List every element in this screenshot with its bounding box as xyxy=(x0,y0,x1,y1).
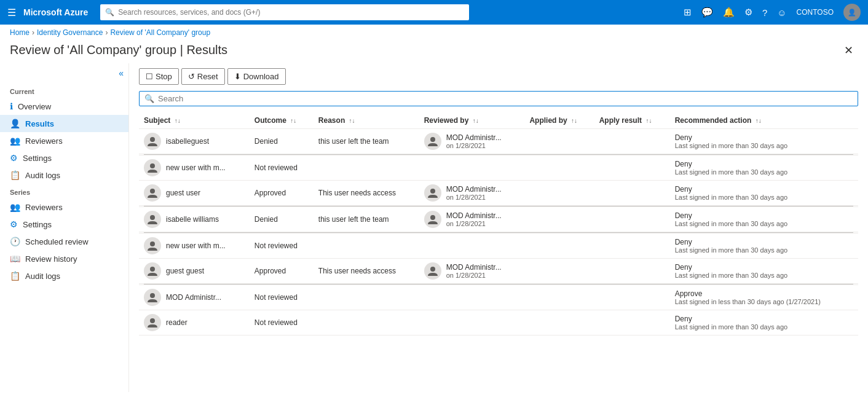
user-avatar[interactable]: 👤 xyxy=(843,4,861,21)
col-recommended-action[interactable]: Recommended action ↑↓ xyxy=(670,112,858,129)
breadcrumb-home[interactable]: Home xyxy=(10,28,30,37)
sidebar-item-review-history[interactable]: 📖 Review history xyxy=(0,250,128,267)
cell-recommended-action: DenyLast signed in more than 30 days ago xyxy=(670,155,858,181)
cell-subject: new user with m... xyxy=(139,155,250,181)
col-applied-by[interactable]: Applied by ↑↓ xyxy=(524,112,594,129)
cell-outcome: Not reviewed xyxy=(250,233,314,259)
top-navigation: ☰ Microsoft Azure 🔍 ⊞ 💬 🔔 ⚙ ? ☺ CONTOSO … xyxy=(0,0,868,25)
subject-name: isabelle williams xyxy=(166,215,219,224)
table-row: new user with m...Not reviewedDenyLast s… xyxy=(139,155,858,181)
cell-recommended-action: DenyLast signed in more than 30 days ago xyxy=(670,259,858,284)
sidebar-item-scheduled-review[interactable]: 🕐 Scheduled review xyxy=(0,233,128,250)
cell-outcome: Not reviewed xyxy=(250,285,314,310)
recommended-action-sub: Last signed in more than 30 days ago xyxy=(675,272,853,279)
portal-icon[interactable]: ⊞ xyxy=(684,7,692,18)
subject-name: new user with m... xyxy=(166,163,226,172)
hamburger-icon[interactable]: ☰ xyxy=(7,7,16,18)
sidebar-item-overview[interactable]: ℹ Overview xyxy=(0,98,128,115)
cell-reviewed-by xyxy=(419,155,525,181)
smiley-icon[interactable]: ☺ xyxy=(777,7,786,18)
subject-name: MOD Administr... xyxy=(166,293,221,302)
cell-reviewed-by xyxy=(419,285,525,310)
sidebar-item-label: Reviewers xyxy=(25,203,63,212)
cell-apply-result xyxy=(594,285,670,310)
sidebar-item-label: Settings xyxy=(23,220,52,229)
info-icon: ℹ xyxy=(10,101,13,111)
sidebar-item-settings[interactable]: ⚙ Settings xyxy=(0,149,128,167)
cell-apply-result xyxy=(594,129,670,154)
review-date: on 1/28/2021 xyxy=(446,220,502,227)
cell-subject: guest user xyxy=(139,181,250,206)
settings-icon[interactable]: ⚙ xyxy=(744,7,752,18)
cell-reviewed-by xyxy=(419,310,525,335)
feedback-icon[interactable]: 💬 xyxy=(701,7,713,18)
col-apply-result[interactable]: Apply result ↑↓ xyxy=(594,112,670,129)
recommended-action-sub: Last signed in less than 30 days ago (1/… xyxy=(675,298,853,305)
cell-reason: This user needs access xyxy=(314,181,419,206)
clock-icon: 🕐 xyxy=(10,237,20,246)
col-reviewed-by[interactable]: Reviewed by ↑↓ xyxy=(419,112,525,129)
sort-icon-outcome: ↑↓ xyxy=(290,117,296,124)
sidebar-item-results[interactable]: 👤 Results xyxy=(0,115,128,132)
sidebar-item-series-settings[interactable]: ⚙ Settings xyxy=(0,216,128,233)
gear-icon: ⚙ xyxy=(10,153,18,163)
table-row: isabelleguestDeniedthis user left the te… xyxy=(139,129,858,154)
stop-label: Stop xyxy=(156,72,172,81)
help-icon[interactable]: ? xyxy=(762,7,767,18)
download-label: Download xyxy=(243,72,279,81)
sidebar-item-label: Results xyxy=(25,119,54,128)
recommended-action-label: Deny xyxy=(675,185,853,194)
col-outcome[interactable]: Outcome ↑↓ xyxy=(250,112,314,129)
svg-point-6 xyxy=(430,215,435,220)
notification-icon[interactable]: 🔔 xyxy=(723,7,735,18)
cell-applied-by xyxy=(524,207,594,232)
cell-recommended-action: DenyLast signed in more than 30 days ago xyxy=(670,207,858,232)
sidebar-item-series-audit-logs[interactable]: 📋 Audit logs xyxy=(0,267,128,284)
svg-point-0 xyxy=(150,137,155,142)
sidebar-item-audit-logs[interactable]: 📋 Audit logs xyxy=(0,167,128,184)
user-avatar-icon xyxy=(144,211,161,228)
col-reason[interactable]: Reason ↑↓ xyxy=(314,112,419,129)
svg-point-11 xyxy=(150,318,155,323)
search-bar[interactable]: 🔍 xyxy=(139,91,858,106)
stop-icon: ☐ xyxy=(146,72,153,81)
reviewer-avatar-icon xyxy=(424,211,441,228)
user-avatar-icon xyxy=(144,159,161,176)
cell-subject: new user with m... xyxy=(139,233,250,259)
sidebar-collapse-button[interactable]: « xyxy=(0,68,128,83)
sidebar-item-reviewers[interactable]: 👥 Reviewers xyxy=(0,132,128,149)
subject-name: guest guest xyxy=(166,267,204,275)
breadcrumb-review[interactable]: Review of 'All Company' group xyxy=(110,28,210,37)
global-search-input[interactable] xyxy=(118,8,464,17)
cell-subject: guest guest xyxy=(139,259,250,284)
search-input[interactable] xyxy=(158,94,853,103)
cell-subject: MOD Administr... xyxy=(139,285,250,310)
stop-button[interactable]: ☐ Stop xyxy=(139,68,179,85)
cell-reviewed-by: MOD Administr...on 1/28/2021 xyxy=(419,129,525,154)
cell-reason xyxy=(314,233,419,259)
cell-outcome: Approved xyxy=(250,181,314,206)
download-button[interactable]: ⬇ Download xyxy=(227,68,286,85)
col-subject[interactable]: Subject ↑↓ xyxy=(139,112,250,129)
recommended-action-label: Deny xyxy=(675,238,853,246)
reviewer-avatar-icon xyxy=(424,133,441,150)
reset-button[interactable]: ↺ Reset xyxy=(181,68,225,85)
reviewer-name: MOD Administr... xyxy=(446,185,502,194)
sidebar-item-label: Audit logs xyxy=(25,272,60,281)
sort-icon-reviewed: ↑↓ xyxy=(473,117,479,124)
recommended-action-label: Deny xyxy=(675,211,853,220)
sidebar-item-series-reviewers[interactable]: 👥 Reviewers xyxy=(0,198,128,216)
cell-outcome: Denied xyxy=(250,129,314,154)
cell-reviewed-by: MOD Administr...on 1/28/2021 xyxy=(419,207,525,232)
current-section-label: Current xyxy=(0,83,128,98)
reset-label: Reset xyxy=(197,72,218,81)
cell-recommended-action: DenyLast signed in more than 30 days ago xyxy=(670,181,858,206)
sidebar-item-label: Settings xyxy=(23,154,52,163)
global-search-bar[interactable]: 🔍 xyxy=(100,4,469,20)
gear-icon-2: ⚙ xyxy=(10,219,18,229)
reviewer-avatar-icon xyxy=(424,262,441,280)
cell-outcome: Denied xyxy=(250,207,314,232)
table-row: readerNot reviewedDenyLast signed in mor… xyxy=(139,310,858,335)
breadcrumb-identity-governance[interactable]: Identity Governance xyxy=(37,28,103,37)
close-button[interactable]: ✕ xyxy=(839,44,858,57)
